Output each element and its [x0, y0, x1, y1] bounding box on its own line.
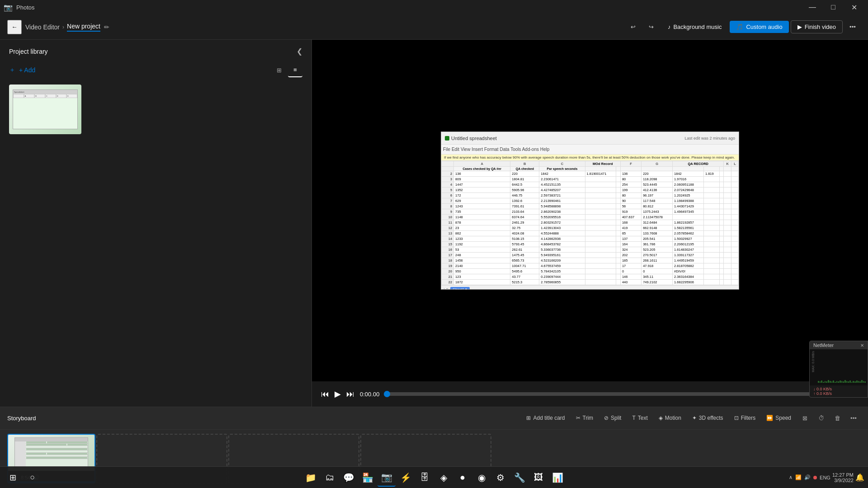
sheet-app-icon	[445, 136, 449, 141]
netmeter-bar	[818, 381, 819, 383]
notifications-button[interactable]: 🔔	[855, 473, 864, 482]
text-button[interactable]: T Text	[627, 413, 652, 423]
trim-button[interactable]: ✂ Trim	[571, 413, 598, 423]
add-media-button[interactable]: ＋ + Add	[9, 66, 35, 74]
app-name-title: Photos	[16, 4, 34, 11]
settings-icon: ⚙	[496, 472, 505, 483]
taskbar-dev-button[interactable]: 🖼	[529, 469, 547, 487]
taskbar-store-button[interactable]: 🏪	[359, 469, 377, 487]
finish-video-button[interactable]: ▶ Finish video	[791, 20, 843, 33]
netmeter-bar	[844, 380, 846, 383]
titlebar-controls: — □ ✕	[802, 0, 864, 14]
sheet-row: 118782461.292.803291572168312.64841.8621…	[442, 220, 739, 225]
maximize-button[interactable]: □	[823, 0, 844, 14]
taskbar-photos-button[interactable]: 📷	[377, 469, 396, 487]
sheet-row: 2112343.770.239097444146345.112.36316438…	[442, 274, 739, 280]
sheet-row: 122332.751.423913043419662.91481.5821355…	[442, 225, 739, 231]
netmeter-title: NetMeter ✕	[810, 341, 868, 349]
taskbar-chrome-button[interactable]: ●	[453, 469, 472, 487]
sheet-row: 513525905.964.427485207199412.41362.0724…	[442, 188, 739, 193]
split-button[interactable]: ⊘ Split	[599, 413, 626, 423]
sheet-row: 812437391.615.9485888985680.8121.4430714…	[442, 204, 739, 209]
netmeter-bar	[849, 380, 851, 383]
clip-thumbnail	[8, 435, 94, 471]
library-toolbar: ＋ + Add ⊞ ≡	[0, 59, 311, 81]
netmeter-bar	[826, 381, 827, 383]
motion-button[interactable]: ◈ Motion	[654, 413, 686, 423]
bg-music-icon: ♪	[668, 23, 671, 30]
taskbar-dropbox-button[interactable]: ◈	[434, 469, 453, 487]
sheet-row: 1653262.615.336037736324523.2051.6148302…	[442, 247, 739, 253]
redo-button[interactable]: ↪	[643, 19, 660, 35]
add-title-card-icon: ⊞	[526, 415, 531, 421]
grid-view-button[interactable]: ⊞	[272, 63, 286, 77]
storyboard-more-button[interactable]: •••	[846, 411, 861, 425]
taskbar-monitor-button[interactable]: 📊	[548, 469, 566, 487]
netmeter-graph: MAX: 0.0 MB/s	[810, 349, 868, 385]
start-icon: ⊞	[9, 473, 16, 483]
project-name-label: New project	[67, 23, 100, 32]
custom-audio-button[interactable]: 🎵 Custom audio	[730, 21, 788, 33]
explorer-icon: 🗄	[420, 472, 429, 483]
add-label: + Add	[19, 66, 35, 74]
titlebar-left: 📷 Photos	[4, 3, 34, 12]
sheet-row: 1511925793.454.868453782164361.7862.2060…	[442, 242, 739, 247]
add-title-card-button[interactable]: ⊞ Add title card	[522, 413, 569, 423]
taskbar-edge-button[interactable]: ⚡	[396, 469, 415, 487]
sheet-body: If we find anyone who has accuracy below…	[441, 155, 739, 290]
taskbar-app1-button[interactable]: ◉	[472, 469, 491, 487]
storyboard-header: Storyboard ⊞ Add title card ✂ Trim ⊘ Spl…	[0, 407, 868, 430]
library-item[interactable]: Spreadsheet A B C D E ▶	[9, 84, 81, 134]
minimize-button[interactable]: —	[802, 0, 823, 14]
netmeter-close-button[interactable]: ✕	[860, 343, 864, 348]
search-button[interactable]: ○	[24, 469, 42, 487]
timer-button[interactable]: ⏱	[814, 411, 828, 425]
speed-button[interactable]: ⏩ Speed	[762, 413, 796, 423]
collapse-panel-button[interactable]: ❮	[297, 47, 302, 56]
filters-button[interactable]: ⊡ Filters	[730, 413, 760, 423]
widgets-icon: 🗂	[325, 472, 334, 483]
start-button[interactable]: ⊞	[4, 469, 22, 487]
project-name-area: New project ✏	[67, 23, 109, 32]
taskbar-explorer-button[interactable]: 🗄	[415, 469, 434, 487]
filters-label: Filters	[741, 415, 756, 421]
main-content: Project library ❮ ＋ + Add ⊞ ≡	[0, 40, 868, 488]
filters-icon: ⊡	[734, 415, 739, 421]
netmeter-bar	[835, 382, 836, 383]
store-icon: 🏪	[362, 472, 373, 483]
list-view-button[interactable]: ≡	[288, 63, 302, 77]
close-button[interactable]: ✕	[844, 0, 864, 14]
sheet-row: 6172446.752.5973837218096.1971.2024925	[442, 193, 739, 198]
3d-effects-button[interactable]: ✦ 3D effects	[688, 413, 728, 423]
sheet-footer: + ≡ Sheet1 ▾	[441, 285, 739, 290]
view-toggle: ⊞ ≡	[272, 63, 302, 77]
tray-expand-button[interactable]: ∧	[789, 474, 793, 480]
crop-button[interactable]: ⊠	[797, 411, 812, 425]
project-library-panel: Project library ❮ ＋ + Add ⊞ ≡	[0, 40, 312, 407]
netmeter-bar	[831, 381, 833, 383]
more-options-button[interactable]: •••	[844, 19, 861, 35]
system-clock[interactable]: 12:27 PM 3/9/2022	[832, 472, 854, 483]
delete-icon: 🗑	[835, 415, 840, 422]
taskbar-files-button[interactable]: 📁	[302, 469, 320, 487]
crop-icon: ⊠	[802, 415, 807, 422]
play-icon: ▶	[335, 389, 341, 399]
undo-button[interactable]: ↩	[625, 19, 642, 35]
taskbar-chat-button[interactable]: 💬	[340, 469, 358, 487]
taskbar-settings-button[interactable]: ⚙	[491, 469, 509, 487]
background-music-button[interactable]: ♪ Background music	[661, 21, 728, 33]
storyboard-title: Storyboard	[7, 415, 36, 422]
photos-icon: 📷	[381, 472, 392, 483]
split-label: Split	[611, 415, 621, 421]
search-icon: ○	[30, 473, 35, 482]
taskbar-widgets-button[interactable]: 🗂	[321, 469, 339, 487]
taskbar-tool-button[interactable]: 🔧	[510, 469, 528, 487]
edit-project-name-icon[interactable]: ✏	[104, 23, 109, 31]
back-button[interactable]: ←	[7, 20, 22, 34]
progress-bar[interactable]	[385, 392, 821, 396]
delete-button[interactable]: 🗑	[830, 411, 844, 425]
step-forward-button[interactable]: ⏭	[346, 389, 354, 399]
timer-icon: ⏱	[818, 415, 824, 422]
rewind-button[interactable]: ⏮	[321, 389, 329, 399]
play-button[interactable]: ▶	[335, 389, 341, 399]
